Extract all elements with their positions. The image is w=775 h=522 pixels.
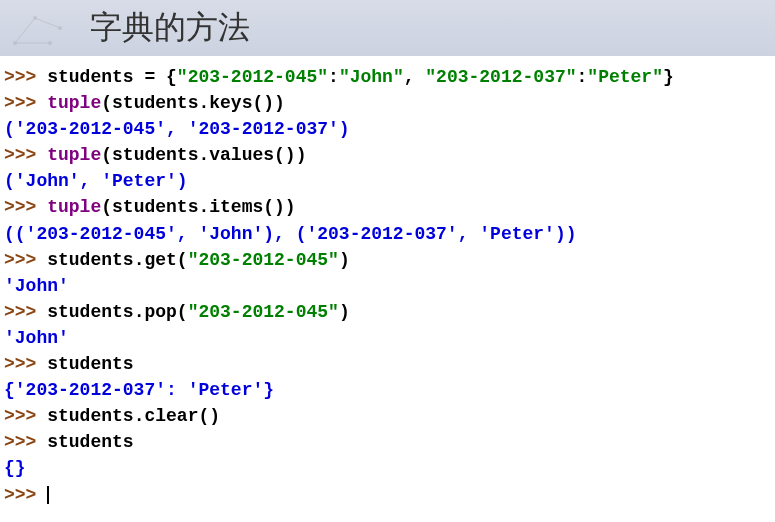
svg-line-1 (35, 18, 60, 28)
code-token: students (47, 432, 133, 452)
output-text: {} (4, 458, 26, 478)
repl-prompt: >>> (4, 432, 47, 452)
code-token: "203-2012-045" (177, 67, 328, 87)
repl-prompt: >>> (4, 93, 47, 113)
code-token: : (328, 67, 339, 87)
output-text: ('203-2012-045', '203-2012-037') (4, 119, 350, 139)
code-line: >>> (4, 482, 771, 508)
code-token: , (404, 67, 426, 87)
repl-prompt: >>> (4, 67, 47, 87)
code-token: tuple (47, 145, 101, 165)
code-token: "203-2012-045" (188, 250, 339, 270)
code-line: >>> students.get("203-2012-045") (4, 247, 771, 273)
code-line: (('203-2012-045', 'John'), ('203-2012-03… (4, 221, 771, 247)
output-text: (('203-2012-045', 'John'), ('203-2012-03… (4, 224, 577, 244)
repl-prompt: >>> (4, 250, 47, 270)
repl-prompt: >>> (4, 485, 47, 505)
code-token: students = { (47, 67, 177, 87)
header-decoration (10, 8, 70, 48)
python-repl: >>> students = {"203-2012-045":"John", "… (0, 56, 775, 516)
code-line: >>> students (4, 351, 771, 377)
output-text: 'John' (4, 276, 69, 296)
code-line: ('John', 'Peter') (4, 168, 771, 194)
output-text: {'203-2012-037': 'Peter'} (4, 380, 274, 400)
code-token: ) (339, 250, 350, 270)
code-line: >>> students.pop("203-2012-045") (4, 299, 771, 325)
code-token: students.pop( (47, 302, 187, 322)
code-token: : (577, 67, 588, 87)
code-token: "203-2012-045" (188, 302, 339, 322)
code-line: {} (4, 455, 771, 481)
repl-prompt: >>> (4, 406, 47, 426)
svg-line-0 (15, 18, 35, 43)
code-token: students.get( (47, 250, 187, 270)
code-token: (students.keys()) (101, 93, 285, 113)
slide-header: 字典的方法 (0, 0, 775, 56)
code-line: >>> students = {"203-2012-045":"John", "… (4, 64, 771, 90)
svg-point-4 (33, 16, 37, 20)
svg-point-6 (48, 41, 52, 45)
code-line: 'John' (4, 273, 771, 299)
code-token: students (47, 354, 133, 374)
text-cursor (47, 486, 49, 504)
code-token: "John" (339, 67, 404, 87)
code-line: {'203-2012-037': 'Peter'} (4, 377, 771, 403)
code-token: tuple (47, 93, 101, 113)
svg-point-5 (58, 26, 62, 30)
code-token: "Peter" (587, 67, 663, 87)
code-token: (students.items()) (101, 197, 295, 217)
code-line: 'John' (4, 325, 771, 351)
code-token: (students.values()) (101, 145, 306, 165)
code-line: >>> students (4, 429, 771, 455)
code-line: >>> tuple(students.keys()) (4, 90, 771, 116)
code-line: >>> students.clear() (4, 403, 771, 429)
code-line: >>> tuple(students.items()) (4, 194, 771, 220)
code-token: students.clear() (47, 406, 220, 426)
repl-prompt: >>> (4, 302, 47, 322)
repl-prompt: >>> (4, 145, 47, 165)
code-token: "203-2012-037" (425, 67, 576, 87)
code-line: >>> tuple(students.values()) (4, 142, 771, 168)
slide-title: 字典的方法 (90, 6, 250, 50)
output-text: ('John', 'Peter') (4, 171, 188, 191)
output-text: 'John' (4, 328, 69, 348)
code-token: ) (339, 302, 350, 322)
svg-point-3 (13, 41, 17, 45)
code-token: tuple (47, 197, 101, 217)
repl-prompt: >>> (4, 197, 47, 217)
code-line: ('203-2012-045', '203-2012-037') (4, 116, 771, 142)
code-token: } (663, 67, 674, 87)
repl-prompt: >>> (4, 354, 47, 374)
